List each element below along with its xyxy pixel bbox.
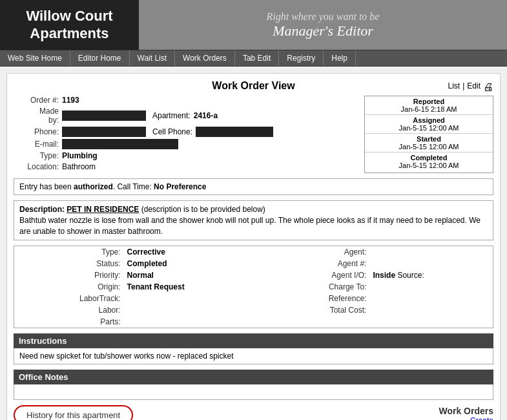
phone-row: Phone: Cell Phone: xyxy=(14,127,358,137)
auth-box: Entry has been authorized. Call Time: No… xyxy=(14,178,493,195)
location-row: Location: Bathroom xyxy=(14,162,358,171)
det-reference-label: Reference: xyxy=(260,293,369,304)
instructions-content: Need new spicket for tub/shower works no… xyxy=(14,348,493,364)
list-link[interactable]: List xyxy=(448,81,460,90)
location-value: Bathroom xyxy=(62,162,96,171)
assigned-row: Assigned Jan-5-15 12:00 AM xyxy=(365,115,493,134)
order-number-value: 1193 xyxy=(62,96,79,105)
header: Willow CourtApartments Right where you w… xyxy=(0,0,507,50)
banner-line1: Right where you want to be xyxy=(267,11,380,23)
det-type-value: Corrective xyxy=(124,246,260,258)
type-label: Type: xyxy=(14,151,59,160)
order-number-row: Order #: 1193 xyxy=(14,96,358,105)
phone-label: Phone: xyxy=(14,127,59,136)
app-banner: Right where you want to be Manager's Edi… xyxy=(139,0,507,50)
history-bubble: History for this apartment xyxy=(14,405,133,420)
made-by-label: Madeby: xyxy=(14,107,59,125)
dates-panel: Reported Jan-6-15 2:18 AM Assigned Jan-5… xyxy=(364,96,493,173)
completed-date: Jan-5-15 12:00 AM xyxy=(368,162,490,169)
location-label: Location: xyxy=(14,162,59,171)
wo-section-title: Work Orders xyxy=(439,406,493,416)
create-link[interactable]: Create xyxy=(470,416,493,420)
det-agent-value xyxy=(369,246,493,258)
reported-label: Reported xyxy=(368,98,490,105)
det-total-cost-value xyxy=(369,304,493,316)
det-agent-num-label: Agent #: xyxy=(260,258,369,269)
det-labortrack-label: LaborTrack: xyxy=(14,293,124,304)
desc-suffix: (description is to be provided below) xyxy=(139,205,265,214)
det-parts-label: Parts: xyxy=(14,316,124,328)
made-by-input xyxy=(62,110,146,121)
cell-phone-label: Cell Phone: xyxy=(152,127,192,136)
reported-row: Reported Jan-6-15 2:18 AM xyxy=(365,96,493,115)
instructions-header: Instructions xyxy=(14,333,493,348)
description-box: Description: PET IN RESIDENCE (descripti… xyxy=(14,200,493,240)
det-priority-value: Normal xyxy=(124,269,260,281)
type-value: Plumbing xyxy=(62,151,98,160)
order-number-label: Order #: xyxy=(14,96,59,105)
det-priority-label: Priority: xyxy=(14,269,124,281)
nav-work-orders[interactable]: Work Orders xyxy=(175,50,235,66)
det-origin-label: Origin: xyxy=(14,281,124,293)
det-origin-value: Tenant Request xyxy=(124,281,260,293)
email-row: E-mail: xyxy=(14,139,358,149)
cell-phone-input xyxy=(196,127,273,137)
assigned-date: Jan-5-15 12:00 AM xyxy=(368,124,490,132)
nav-editor-home[interactable]: Editor Home xyxy=(70,50,130,66)
app-logo: Willow CourtApartments xyxy=(0,0,139,50)
main-content: Work Order View List | Edit 🖨 Order #: 1… xyxy=(0,67,507,420)
nav-bar: Web Site Home Editor Home Wait List Work… xyxy=(0,50,507,67)
type-row: Type: Plumbing xyxy=(14,151,358,160)
history-work-orders-row: History for this apartment Work Orders C… xyxy=(14,405,493,420)
banner-line2: Manager's Editor xyxy=(273,23,373,39)
desc-prefix: Description: xyxy=(19,205,67,214)
reported-date: Jan-6-15 2:18 AM xyxy=(368,105,490,113)
details-table: Type: Corrective Agent: Status: Complete… xyxy=(14,246,493,328)
det-labor-value xyxy=(124,304,260,316)
started-date: Jan-5-15 12:00 AM xyxy=(368,143,490,151)
det-charge-label: Charge To: xyxy=(260,281,369,293)
det-reference-value xyxy=(369,293,493,304)
started-row: Started Jan-5-15 12:00 AM xyxy=(365,134,493,152)
apartment-value: 2416-a xyxy=(194,111,218,120)
work-order-box: Work Order View List | Edit 🖨 Order #: 1… xyxy=(6,73,501,420)
nav-tab-edit[interactable]: Tab Edit xyxy=(235,50,279,66)
order-left: Order #: 1193 Madeby: Apartment: 2416-a … xyxy=(14,96,358,173)
office-notes-content xyxy=(14,384,493,400)
desc-underline: PET IN RESIDENCE xyxy=(67,205,139,214)
office-notes-header: Office Notes xyxy=(14,370,493,384)
det-total-cost-label: Total Cost: xyxy=(260,304,369,316)
completed-label: Completed xyxy=(368,154,490,162)
nav-registry[interactable]: Registry xyxy=(279,50,324,66)
print-icon[interactable]: 🖨 xyxy=(483,81,493,93)
nav-wait-list[interactable]: Wait List xyxy=(130,50,176,66)
apartment-label: Apartment: xyxy=(152,111,191,120)
nav-help[interactable]: Help xyxy=(324,50,356,66)
det-agent-io-value: Inside Source: xyxy=(369,269,493,281)
made-by-row: Madeby: Apartment: 2416-a xyxy=(14,107,358,125)
auth-text-1: Entry has been xyxy=(19,182,74,191)
order-section: Order #: 1193 Madeby: Apartment: 2416-a … xyxy=(14,96,493,173)
edit-link[interactable]: Edit xyxy=(467,81,481,90)
started-label: Started xyxy=(368,135,490,143)
det-agent-num-value xyxy=(369,258,493,269)
assigned-label: Assigned xyxy=(368,116,490,124)
det-type-label: Type: xyxy=(14,246,124,258)
det-labor-label: Labor: xyxy=(14,304,124,316)
completed-row: Completed Jan-5-15 12:00 AM xyxy=(365,152,493,171)
auth-bold: authorized xyxy=(74,182,113,191)
det-status-label: Status: xyxy=(14,258,124,269)
det-status-value: Completed xyxy=(124,258,260,269)
det-agent-label: Agent: xyxy=(260,246,369,258)
wo-top-row: Work Order View List | Edit 🖨 xyxy=(14,80,493,93)
email-input xyxy=(62,139,178,149)
email-label: E-mail: xyxy=(14,140,59,149)
auth-text-2: . Call Time: xyxy=(113,182,154,191)
det-agent-io-label: Agent I/O: xyxy=(260,269,369,281)
det-labortrack-value xyxy=(124,293,260,304)
auth-call-time: No Preference xyxy=(154,182,206,191)
det-charge-value xyxy=(369,281,493,293)
wo-title: Work Order View xyxy=(212,80,295,91)
nav-web-site-home[interactable]: Web Site Home xyxy=(0,50,70,66)
det-parts-value xyxy=(124,316,260,328)
